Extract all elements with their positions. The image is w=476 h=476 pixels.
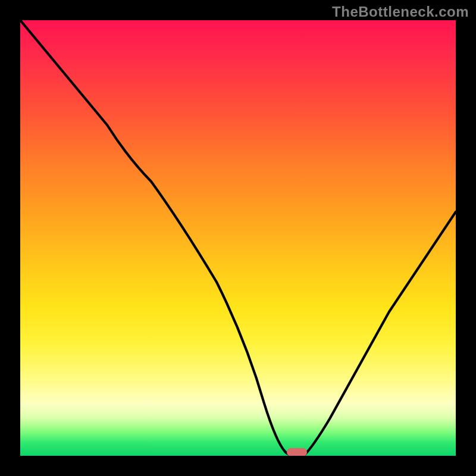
plot-area bbox=[20, 20, 456, 456]
curve-path bbox=[20, 20, 456, 456]
bottleneck-curve bbox=[20, 20, 456, 456]
chart-frame: TheBottleneck.com bbox=[0, 0, 476, 476]
attribution-text: TheBottleneck.com bbox=[332, 4, 469, 20]
optimal-point-marker bbox=[287, 448, 307, 456]
